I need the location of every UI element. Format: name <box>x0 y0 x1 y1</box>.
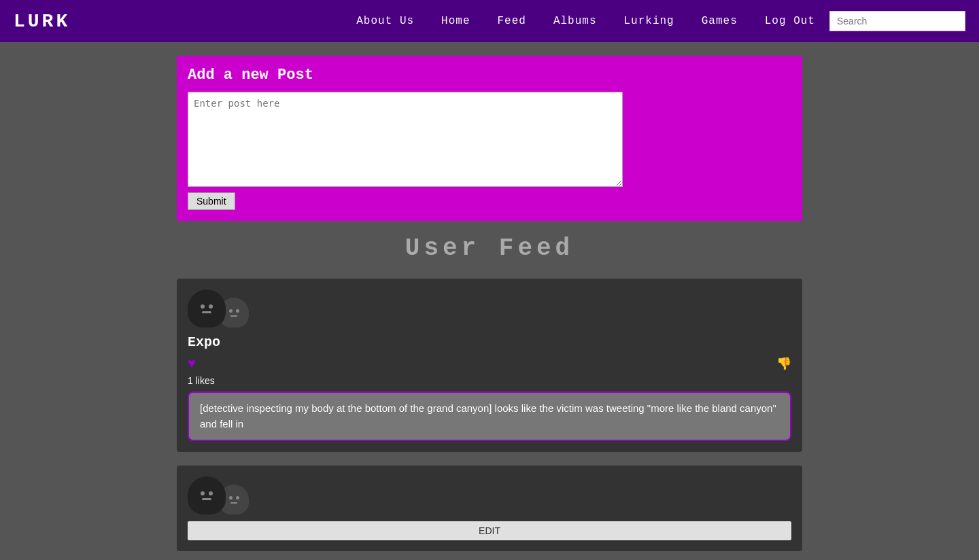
nav-albums[interactable]: Albums <box>553 15 597 27</box>
avatar-eyes-4 <box>229 496 239 500</box>
main-wrapper: Add a new Post Submit User Feed <box>0 42 979 560</box>
dislike-button[interactable] <box>776 355 791 371</box>
avatar-main-2 <box>188 476 226 514</box>
avatar-eyes-3 <box>201 491 213 495</box>
edit-bar[interactable]: EDIT <box>188 521 791 540</box>
nav-home[interactable]: Home <box>441 15 470 27</box>
mouth-2 <box>230 315 237 317</box>
logo: LURK <box>14 11 70 32</box>
eye-right-2 <box>236 309 239 313</box>
mouth-3 <box>202 498 211 500</box>
add-post-title: Add a new Post <box>188 67 791 84</box>
eye-right-3 <box>209 491 213 495</box>
search-input[interactable] <box>829 11 965 31</box>
likes-count: 1 likes <box>188 375 791 386</box>
post-card: Expo 1 likes [detective inspecting my bo… <box>177 279 802 452</box>
mouth-4 <box>230 502 237 504</box>
eye-left-2 <box>229 309 233 313</box>
eye-left-4 <box>229 496 233 500</box>
avatar-eyes <box>201 304 213 309</box>
post-username: Expo <box>188 334 791 350</box>
nav-feed[interactable]: Feed <box>497 15 526 27</box>
avatar-wrapper <box>188 290 791 328</box>
post-content: [detective inspecting my body at the bot… <box>188 391 791 441</box>
post-textarea[interactable] <box>188 92 623 187</box>
eye-right <box>209 304 213 309</box>
mouth <box>202 311 211 313</box>
content-area: Add a new Post Submit User Feed <box>177 56 802 560</box>
avatar-main <box>188 290 226 328</box>
add-post-box: Add a new Post Submit <box>177 56 802 221</box>
nav-games[interactable]: Games <box>702 15 738 27</box>
eye-left-3 <box>201 491 205 495</box>
eye-left <box>201 304 205 309</box>
search-area <box>829 11 965 31</box>
header: LURK About Us Home Feed Albums Lurking G… <box>0 0 979 42</box>
eye-right-4 <box>236 496 239 500</box>
feed-title: User Feed <box>177 234 802 262</box>
nav-logout[interactable]: Log Out <box>765 15 815 27</box>
nav-about[interactable]: About Us <box>356 15 414 27</box>
reaction-row <box>188 355 791 371</box>
avatar-eyes-2 <box>229 309 239 313</box>
post-card-2: EDIT <box>177 466 802 551</box>
nav-lurking[interactable]: Lurking <box>624 15 674 27</box>
avatar-wrapper-2 <box>188 476 791 514</box>
like-button[interactable] <box>188 355 196 371</box>
submit-button[interactable]: Submit <box>188 192 235 210</box>
